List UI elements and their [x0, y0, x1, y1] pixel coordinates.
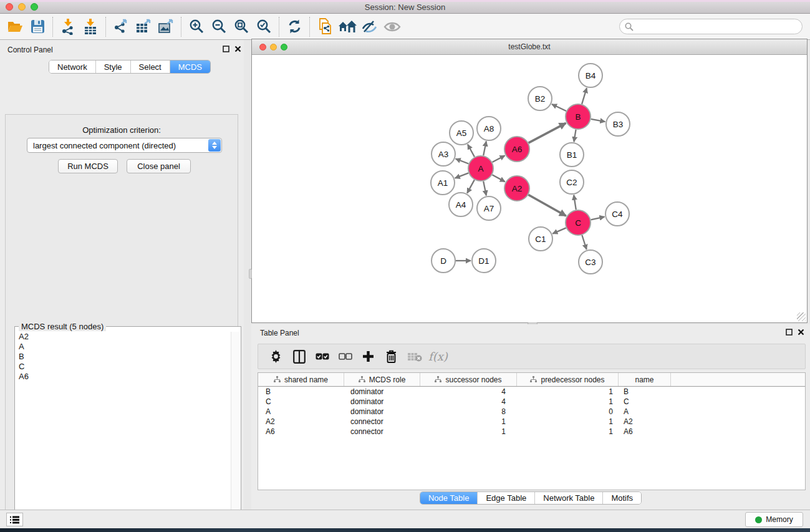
select-all-button[interactable] — [311, 346, 334, 367]
network-edge[interactable] — [582, 235, 586, 249]
network-node-A8[interactable]: A8 — [477, 117, 501, 140]
column-header-successor-nodes[interactable]: successor nodes — [420, 373, 517, 386]
export-image-button[interactable] — [155, 16, 177, 37]
table-row[interactable]: Cdominator41C — [258, 397, 805, 407]
network-edge[interactable] — [455, 173, 469, 178]
column-header-shared-name[interactable]: shared name — [258, 373, 344, 386]
network-node-B4[interactable]: B4 — [579, 64, 602, 87]
column-header-MCDS-role[interactable]: MCDS role — [344, 373, 420, 386]
network-node-A[interactable]: A — [468, 156, 493, 181]
table-row[interactable]: A2connector11A2 — [258, 417, 805, 427]
close-panel-action-button[interactable]: Close panel — [127, 159, 191, 173]
network-node-B3[interactable]: B3 — [606, 112, 630, 136]
network-edge[interactable] — [591, 217, 604, 220]
mcds-result-item[interactable]: C — [16, 362, 231, 372]
delete-column-button[interactable] — [380, 346, 403, 367]
export-network-button[interactable] — [110, 16, 132, 37]
network-edge[interactable] — [591, 119, 605, 122]
network-node-C1[interactable]: C1 — [529, 227, 552, 251]
network-node-C3[interactable]: C3 — [579, 250, 602, 274]
network-node-A3[interactable]: A3 — [432, 142, 455, 166]
network-node-C2[interactable]: C2 — [560, 170, 584, 194]
network-node-A1[interactable]: A1 — [431, 171, 455, 195]
table-row[interactable]: Bdominator41B — [258, 387, 805, 397]
hide-graphics-details-button[interactable] — [359, 16, 381, 37]
network-node-A4[interactable]: A4 — [449, 193, 473, 216]
network-window-titlebar[interactable]: testGlobe.txt — [252, 39, 807, 55]
open-session-button[interactable] — [4, 16, 26, 37]
float-panel-button[interactable] — [222, 45, 230, 53]
tab-edge-table[interactable]: Edge Table — [478, 492, 535, 504]
tab-node-table[interactable]: Node Table — [420, 492, 478, 504]
network-node-A6[interactable]: A6 — [504, 137, 529, 162]
column-header-predecessor-nodes[interactable]: predecessor nodes — [517, 373, 619, 386]
network-edge[interactable] — [529, 123, 566, 143]
network-node-A7[interactable]: A7 — [477, 196, 501, 220]
zoom-fit-button[interactable] — [230, 16, 253, 37]
show-graphics-details-button[interactable] — [381, 16, 403, 37]
table-options-button[interactable] — [264, 346, 287, 367]
network-edge[interactable] — [574, 195, 576, 210]
network-edge[interactable] — [483, 181, 486, 196]
table-row[interactable]: A6connector11A6 — [258, 427, 805, 437]
network-edge[interactable] — [493, 155, 505, 162]
network-edge[interactable] — [468, 144, 475, 157]
network-edge[interactable] — [552, 104, 566, 111]
function-builder-button[interactable]: f(x) — [426, 346, 448, 367]
zoom-selected-button[interactable] — [253, 16, 275, 37]
search-input[interactable] — [637, 22, 802, 31]
mcds-result-list[interactable]: A2ABCA6 — [16, 332, 231, 532]
save-session-button[interactable] — [26, 16, 49, 37]
export-table-button[interactable] — [132, 16, 155, 37]
network-node-D[interactable]: D — [432, 249, 455, 273]
tab-network-table[interactable]: Network Table — [535, 492, 603, 504]
tab-style[interactable]: Style — [96, 60, 131, 73]
network-edge[interactable] — [528, 195, 566, 216]
close-panel-button[interactable] — [234, 45, 242, 53]
home-view-button[interactable] — [336, 16, 359, 37]
refresh-layout-button[interactable] — [283, 16, 306, 37]
network-node-C4[interactable]: C4 — [605, 202, 629, 226]
network-node-A5[interactable]: A5 — [450, 121, 473, 145]
search-field[interactable] — [619, 19, 803, 34]
zoom-out-button[interactable] — [208, 16, 230, 37]
delete-table-button[interactable] — [403, 346, 426, 367]
add-column-button[interactable] — [357, 346, 380, 367]
mcds-list-scrollbar[interactable] — [231, 332, 240, 532]
resize-grip-icon[interactable] — [797, 312, 806, 321]
mcds-result-item[interactable]: A2 — [16, 332, 231, 342]
network-svg[interactable]: AA1A2A3A4A5A6A7A8BB1B2B3B4CC1C2C3C4DD1 — [252, 55, 807, 322]
table-close-button[interactable] — [797, 328, 805, 336]
tab-network[interactable]: Network — [49, 60, 96, 73]
network-edge[interactable] — [574, 130, 576, 142]
network-node-A2[interactable]: A2 — [504, 176, 529, 201]
network-node-C[interactable]: C — [566, 210, 591, 235]
tab-motifs[interactable]: Motifs — [603, 492, 641, 504]
table-float-button[interactable] — [785, 328, 793, 336]
mcds-result-item[interactable]: B — [16, 352, 231, 362]
zoom-in-button[interactable] — [185, 16, 208, 37]
left-splitter-handle[interactable] — [249, 269, 252, 279]
network-node-B[interactable]: B — [566, 104, 591, 129]
run-mcds-button[interactable]: Run MCDS — [58, 159, 118, 173]
network-node-B1[interactable]: B1 — [560, 143, 584, 167]
tab-mcds[interactable]: MCDS — [170, 60, 210, 73]
import-network-button[interactable] — [57, 16, 79, 37]
network-node-D1[interactable]: D1 — [472, 249, 496, 273]
import-table-button[interactable] — [79, 16, 102, 37]
memory-button[interactable]: Memory — [745, 512, 803, 527]
network-edge[interactable] — [483, 142, 486, 156]
mcds-result-item[interactable]: A6 — [16, 372, 231, 382]
table-row[interactable]: Adominator80A — [258, 407, 805, 417]
network-edge[interactable] — [552, 228, 566, 233]
clone-network-button[interactable] — [314, 16, 336, 37]
network-edge[interactable] — [492, 175, 504, 181]
network-node-B2[interactable]: B2 — [528, 87, 552, 110]
tab-select[interactable]: Select — [131, 60, 170, 73]
column-header-name[interactable]: name — [619, 373, 671, 386]
network-edge[interactable] — [582, 88, 587, 104]
show-column-button[interactable] — [287, 346, 311, 367]
deselect-all-button[interactable] — [334, 346, 357, 367]
mcds-result-item[interactable]: A — [16, 342, 231, 352]
task-history-button[interactable] — [6, 513, 23, 526]
